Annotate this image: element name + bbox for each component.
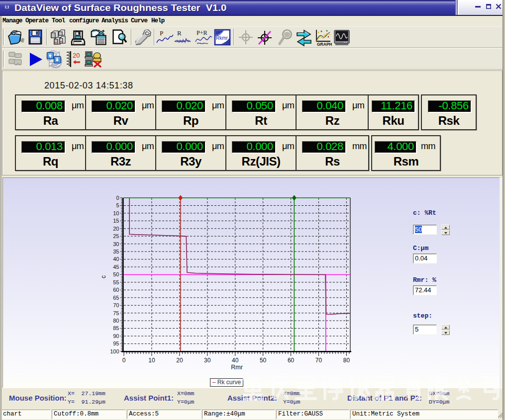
svg-text:55: 55 [113,279,119,285]
svg-text:P+R: P+R [197,29,207,36]
svg-text:70: 70 [113,302,119,308]
svg-text:10: 10 [113,210,119,216]
svg-text:Rkmr: Rkmr [216,35,228,41]
svg-text:50: 50 [260,357,267,364]
svg-text:20: 20 [176,357,183,364]
svg-text:20: 20 [113,226,119,232]
svg-text:75: 75 [113,310,119,316]
svg-text:GRAPH: GRAPH [317,42,332,47]
svg-text:10: 10 [148,357,155,364]
svg-text:30: 30 [113,241,119,247]
svg-text:R: R [177,29,182,37]
svg-text:85: 85 [113,325,119,331]
svg-text:35: 35 [113,249,119,254]
svg-text:45: 45 [113,264,119,270]
svg-text:P: P [160,29,163,37]
svg-text:30: 30 [204,357,211,364]
svg-text:0: 0 [116,195,119,201]
svg-text:40: 40 [232,357,239,364]
svg-text:70: 70 [315,357,322,364]
svg-text:90: 90 [113,333,119,339]
svg-text:60: 60 [288,357,295,364]
svg-text:50: 50 [113,271,119,277]
svg-text:c: c [100,275,107,278]
svg-text:40: 40 [113,256,119,262]
svg-text:20: 20 [73,52,80,59]
svg-text:80: 80 [113,318,119,324]
svg-text:60: 60 [113,287,119,293]
svg-text:95: 95 [113,340,119,346]
svg-text:25: 25 [113,233,119,239]
svg-text:Rmr: Rmr [231,364,243,371]
svg-text:65: 65 [113,295,119,301]
svg-text:5: 5 [116,202,119,208]
svg-text:0: 0 [122,357,126,364]
svg-text:80: 80 [343,357,350,364]
svg-text:15: 15 [113,218,119,224]
svg-text:100: 100 [110,348,119,354]
